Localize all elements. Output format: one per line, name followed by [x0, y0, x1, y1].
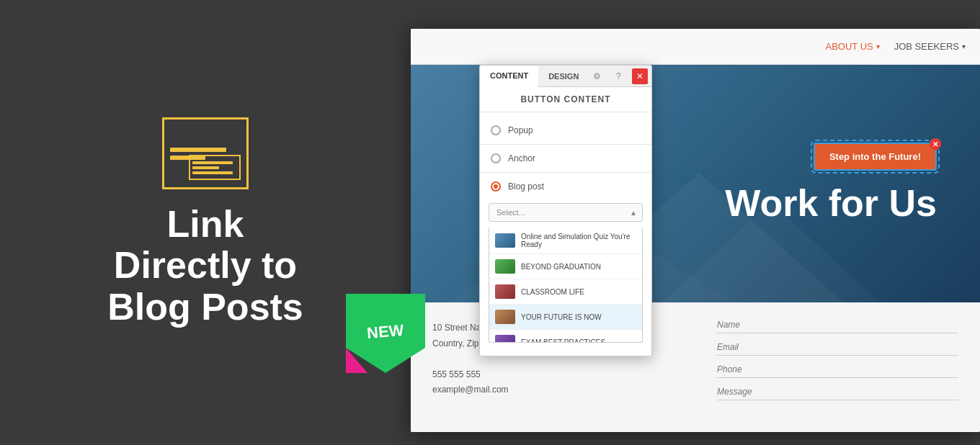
list-item-highlighted[interactable]: YOUR FUTURE IS NOW	[489, 305, 642, 330]
icon-inner-line	[192, 161, 233, 164]
list-item[interactable]: CLASSROOM LIFE	[489, 279, 642, 305]
popup-radio[interactable]	[491, 125, 501, 135]
item-label: CLASSROOM LIFE	[521, 288, 584, 296]
divider	[480, 144, 651, 145]
icon-line	[170, 148, 226, 152]
contact-form	[695, 302, 980, 432]
tab-design[interactable]: DESIGN	[538, 66, 589, 86]
modal-body: Popup Anchor Blog post Select... ▲	[480, 112, 651, 356]
item-label: YOUR FUTURE IS NOW	[521, 313, 602, 321]
job-seekers-chevron-icon: ▾	[962, 42, 966, 50]
hero-cta-button[interactable]: Step into the Future! ✕	[814, 143, 937, 171]
option-anchor[interactable]: Anchor	[480, 148, 651, 169]
about-us-label: ABOUT US	[825, 41, 873, 52]
settings-icon[interactable]: ⚙	[589, 68, 605, 84]
list-item[interactable]: Online and Simulation Quiz You're Ready	[489, 228, 642, 254]
modal-tab-bar: CONTENT DESIGN ⚙ ? ✕	[480, 66, 651, 87]
list-item[interactable]: EXAM BEST PRACTICES	[489, 330, 642, 343]
title-line2: Directly to	[107, 245, 303, 286]
divider	[480, 172, 651, 173]
item-thumbnail	[495, 259, 515, 274]
email-field[interactable]	[717, 339, 958, 356]
blog-post-radio[interactable]	[491, 181, 501, 192]
hero-title: Work for Us	[725, 181, 937, 225]
item-label: EXAM BEST PRACTICES	[521, 338, 605, 343]
panel-title: BUTTON CONTENT	[480, 87, 651, 112]
phone-field[interactable]	[717, 361, 958, 378]
title-line3: Blog Posts	[107, 287, 303, 328]
item-label: Online and Simulation Quiz You're Ready	[521, 233, 636, 248]
job-seekers-label: JOB SEEKERS	[894, 41, 959, 52]
badge-svg: NEW	[346, 294, 425, 373]
popup-label: Popup	[508, 125, 533, 135]
nav-about-us[interactable]: ABOUT US ▾	[825, 41, 879, 52]
anchor-radio[interactable]	[491, 153, 501, 163]
title-line1: Link	[107, 204, 303, 245]
new-badge: NEW	[346, 294, 425, 373]
icon-inner-line	[192, 171, 233, 174]
modal-icons: ⚙ ? ✕	[589, 68, 652, 84]
option-popup[interactable]: Popup	[480, 120, 651, 141]
website-preview: ABOUT US ▾ JOB SEEKERS ▾ Step into the F…	[411, 29, 980, 432]
dropdown-list: Online and Simulation Quiz You're Ready …	[489, 228, 643, 343]
icon-inner-line	[192, 166, 219, 169]
modal-close-button[interactable]: ✕	[632, 68, 648, 84]
left-panel: Link Directly to Blog Posts	[0, 0, 411, 445]
help-icon[interactable]: ?	[610, 68, 626, 84]
item-thumbnail	[495, 310, 515, 324]
list-item[interactable]: BEYOND GRADUATION	[489, 254, 642, 279]
message-field[interactable]	[717, 384, 958, 400]
site-nav: ABOUT US ▾ JOB SEEKERS ▾	[411, 29, 980, 65]
cta-button-label: Step into the Future!	[829, 151, 921, 162]
tab-content[interactable]: CONTENT	[480, 66, 538, 87]
item-label: BEYOND GRADUATION	[521, 263, 601, 271]
button-content-modal: CONTENT DESIGN ⚙ ? ✕ BUTTON CONTENT Popu…	[479, 65, 652, 356]
email-address: example@mail.com	[432, 382, 674, 398]
anchor-label: Anchor	[508, 153, 535, 163]
blog-post-label: Blog post	[508, 181, 544, 192]
name-field[interactable]	[717, 317, 958, 333]
item-thumbnail	[495, 284, 515, 299]
cta-close-icon[interactable]: ✕	[930, 138, 941, 150]
new-badge-inner: NEW	[346, 294, 425, 373]
item-thumbnail	[495, 233, 515, 248]
option-blog-post[interactable]: Blog post	[480, 176, 651, 197]
item-thumbnail	[495, 335, 515, 343]
phone-number: 555 555 555	[432, 367, 674, 383]
blog-post-dropdown[interactable]: Select... ▲	[489, 203, 643, 222]
about-us-chevron-icon: ▾	[876, 42, 880, 50]
icon-inner-box	[189, 155, 241, 180]
tutorial-icon	[162, 117, 249, 189]
nav-job-seekers[interactable]: JOB SEEKERS ▾	[894, 41, 966, 52]
dropdown-select[interactable]: Select...	[489, 203, 643, 222]
main-title: Link Directly to Blog Posts	[107, 204, 303, 328]
svg-text:NEW: NEW	[366, 321, 405, 342]
